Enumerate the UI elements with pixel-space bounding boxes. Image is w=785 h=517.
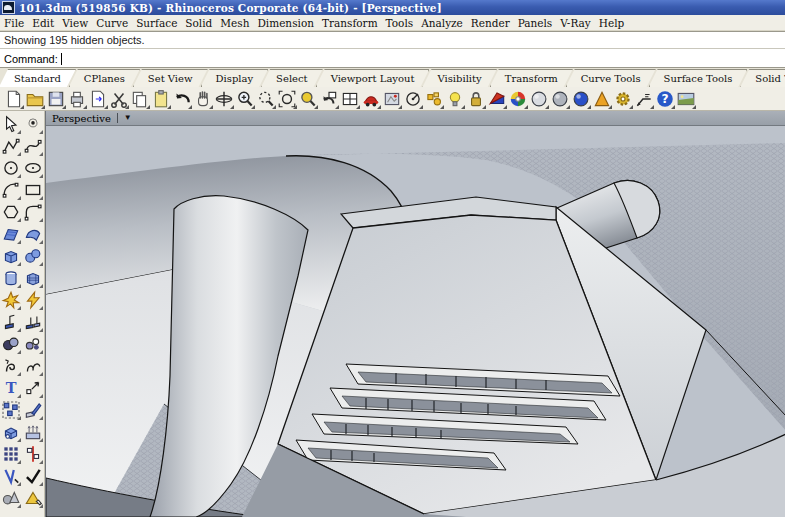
point-icon[interactable] (23, 114, 43, 134)
arc-icon[interactable] (1, 180, 21, 200)
array-icon[interactable] (1, 444, 21, 464)
tab-select[interactable]: Select (261, 69, 323, 87)
group-icon[interactable] (1, 400, 21, 420)
sphere-icon[interactable] (23, 246, 43, 266)
fillet-edge-icon[interactable] (1, 312, 21, 332)
tab-standard[interactable]: Standard (0, 69, 76, 87)
box-icon[interactable] (1, 246, 21, 266)
save-icon[interactable] (46, 89, 66, 109)
tab-cplanes[interactable]: CPlanes (69, 69, 140, 87)
menu-item-dimension[interactable]: Dimension (253, 17, 318, 29)
zoom-selected-icon[interactable] (298, 89, 318, 109)
menu-item-analyze[interactable]: Analyze (417, 17, 467, 29)
menu-item-solid[interactable]: Solid (181, 17, 216, 29)
explode-icon[interactable] (1, 290, 21, 310)
dimension-icon[interactable] (634, 89, 654, 109)
trim-icon[interactable] (1, 466, 21, 486)
pan-icon[interactable] (193, 89, 213, 109)
options-icon[interactable] (613, 89, 633, 109)
wireframe-view-icon[interactable] (529, 89, 549, 109)
tab-surface-tools[interactable]: Surface Tools (649, 69, 748, 87)
light-icon[interactable] (445, 89, 465, 109)
paste-icon[interactable] (151, 89, 171, 109)
surface-icon[interactable] (1, 224, 21, 244)
rendered-view-icon[interactable] (571, 89, 591, 109)
chamfer-edge-icon[interactable] (23, 312, 43, 332)
zoom-window-icon[interactable] (277, 89, 297, 109)
shaded-view-icon[interactable] (550, 89, 570, 109)
copy-icon[interactable] (130, 89, 150, 109)
boolean-difference-icon[interactable] (23, 334, 43, 354)
viewport-title-bar[interactable]: Perspective ▼ (46, 111, 785, 126)
menu-item-panels[interactable]: Panels (514, 17, 557, 29)
tab-viewport-layout[interactable]: Viewport Layout (316, 69, 430, 87)
viewport-layout-icon[interactable] (340, 89, 360, 109)
new-document-icon[interactable] (4, 89, 24, 109)
help-icon[interactable]: ? (655, 89, 675, 109)
layer-icon[interactable] (487, 89, 507, 109)
tab-curve-tools[interactable]: Curve Tools (566, 69, 656, 87)
menu-item-transform[interactable]: Transform (318, 17, 382, 29)
menu-item-surface[interactable]: Surface (132, 17, 181, 29)
rounded-rectangle-icon[interactable] (23, 202, 43, 222)
render-icon[interactable] (361, 89, 381, 109)
menu-item-curve[interactable]: Curve (92, 17, 132, 29)
extrude-icon[interactable] (1, 422, 21, 442)
undo-icon[interactable] (172, 89, 192, 109)
zoom-extents-icon[interactable] (235, 89, 255, 109)
boolean-union-icon[interactable] (1, 334, 21, 354)
color-wheel-icon[interactable] (508, 89, 528, 109)
draft-analysis-icon[interactable] (23, 422, 43, 442)
curve-icon[interactable] (23, 136, 43, 156)
tab-transform[interactable]: Transform (490, 69, 573, 87)
menu-item-view[interactable]: View (58, 17, 92, 29)
export-icon[interactable] (88, 89, 108, 109)
polyline-icon[interactable] (1, 136, 21, 156)
cut-icon[interactable] (109, 89, 129, 109)
menu-item-tools[interactable]: Tools (382, 17, 418, 29)
tab-set-view[interactable]: Set View (133, 69, 208, 87)
undo-view-icon[interactable] (319, 89, 339, 109)
viewport-canvas[interactable] (46, 126, 785, 517)
select-arrow-icon[interactable] (1, 114, 21, 134)
print-icon[interactable] (67, 89, 87, 109)
tab-display[interactable]: Display (201, 69, 269, 87)
primitives-icon[interactable] (1, 488, 21, 508)
app-icon[interactable] (2, 1, 15, 14)
title-bar[interactable]: 101.3dm (519856 KB) - Rhinoceros Corpora… (0, 0, 785, 15)
move-icon[interactable] (23, 378, 43, 398)
grasshopper-icon[interactable] (676, 89, 696, 109)
menu-item-vray[interactable]: V-Ray (556, 17, 595, 29)
extend-icon[interactable] (23, 356, 43, 376)
tab-visibility[interactable]: Visibility (422, 69, 496, 87)
smash-icon[interactable] (23, 290, 43, 310)
join-icon[interactable] (1, 356, 21, 376)
mesh-box-icon[interactable] (23, 268, 43, 288)
lock-icon[interactable] (466, 89, 486, 109)
polygon-icon[interactable] (1, 202, 21, 222)
cplane-icon[interactable] (403, 89, 423, 109)
object-snap-icon[interactable] (424, 89, 444, 109)
cone-analysis-icon[interactable] (592, 89, 612, 109)
rectangle-icon[interactable] (23, 180, 43, 200)
text-icon[interactable]: T (1, 378, 21, 398)
menu-item-mesh[interactable]: Mesh (216, 17, 253, 29)
check-selection-icon[interactable] (23, 466, 43, 486)
zoom-dynamic-icon[interactable] (256, 89, 276, 109)
menu-item-help[interactable]: Help (595, 17, 628, 29)
menu-item-edit[interactable]: Edit (28, 17, 58, 29)
array-curve-icon[interactable] (23, 444, 43, 464)
change-layer-icon[interactable] (23, 400, 43, 420)
ellipse-icon[interactable] (23, 158, 43, 178)
rotate-view-icon[interactable] (214, 89, 234, 109)
circle-icon[interactable] (1, 158, 21, 178)
cylinder-icon[interactable] (1, 268, 21, 288)
viewport-menu-arrow-icon[interactable]: ▼ (124, 113, 132, 123)
orient-icon[interactable] (23, 488, 43, 508)
patch-icon[interactable] (23, 224, 43, 244)
tab-solid-tools[interactable]: Solid Tools (740, 69, 785, 87)
render-preview-icon[interactable] (382, 89, 402, 109)
menu-item-file[interactable]: File (0, 17, 28, 29)
menu-item-render[interactable]: Render (467, 17, 514, 29)
open-file-icon[interactable] (25, 89, 45, 109)
